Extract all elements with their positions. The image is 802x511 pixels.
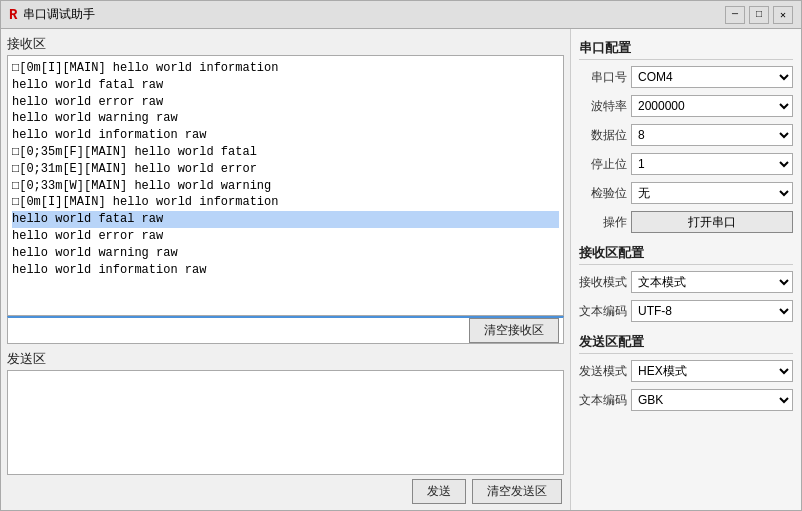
recv-mode-label: 接收模式 [579,274,627,291]
text-enc-label: 文本编码 [579,303,627,320]
app-icon: R [9,7,17,23]
open-serial-button[interactable]: 打开串口 [631,211,793,233]
op-label: 操作 [579,214,627,231]
baud-select[interactable]: 2000000 [631,95,793,117]
send-input[interactable] [7,370,564,475]
baud-label: 波特率 [579,98,627,115]
close-button[interactable]: ✕ [773,6,793,24]
receive-area: 接收区 □[0m[I][MAIN] hello world informatio… [7,35,564,344]
log-line: □[0m[I][MAIN] hello world information [12,194,559,211]
send-config-title: 发送区配置 [579,333,793,354]
minimize-button[interactable]: ─ [725,6,745,24]
stop-bits-label: 停止位 [579,156,627,173]
port-label: 串口号 [579,69,627,86]
log-line: □[0m[I][MAIN] hello world information [12,60,559,77]
title-controls: ─ □ ✕ [725,6,793,24]
log-line: hello world fatal raw [12,211,559,228]
log-line: hello world error raw [12,228,559,245]
log-line: □[0;31m[E][MAIN] hello world error [12,161,559,178]
send-enc-row: 文本编码 GBK [579,389,793,411]
text-enc-row: 文本编码 UTF-8 [579,300,793,322]
parity-row: 检验位 无 [579,182,793,204]
parity-label: 检验位 [579,185,627,202]
title-bar-left: R 串口调试助手 [9,6,95,23]
parity-select[interactable]: 无 [631,182,793,204]
right-panel: 串口配置 串口号 COM4 波特率 2000000 数据位 8 [571,29,801,510]
log-line: hello world information raw [12,262,559,279]
op-row: 操作 打开串口 [579,211,793,233]
send-enc-label: 文本编码 [579,392,627,409]
maximize-button[interactable]: □ [749,6,769,24]
log-line: hello world warning raw [12,245,559,262]
send-button[interactable]: 发送 [412,479,466,504]
send-mode-label: 发送模式 [579,363,627,380]
window-title: 串口调试助手 [23,6,95,23]
left-panel: 接收区 □[0m[I][MAIN] hello world informatio… [1,29,571,510]
data-bits-select[interactable]: 8 [631,124,793,146]
stop-bits-select[interactable]: 1 [631,153,793,175]
port-row: 串口号 COM4 [579,66,793,88]
log-line: hello world error raw [12,94,559,111]
send-mode-select[interactable]: HEX模式 [631,360,793,382]
receive-area-label: 接收区 [7,35,564,53]
data-bits-row: 数据位 8 [579,124,793,146]
port-select[interactable]: COM4 [631,66,793,88]
content-area: 接收区 □[0m[I][MAIN] hello world informatio… [1,29,801,510]
send-area: 发送区 发送 清空发送区 [7,350,564,504]
clear-receive-button[interactable]: 清空接收区 [469,318,559,343]
log-line: hello world fatal raw [12,77,559,94]
log-line: hello world warning raw [12,110,559,127]
main-window: R 串口调试助手 ─ □ ✕ 接收区 □[0m[I][MAIN] hello w… [0,0,802,511]
serial-config-title: 串口配置 [579,39,793,60]
log-line: □[0;33m[W][MAIN] hello world warning [12,178,559,195]
recv-mode-row: 接收模式 文本模式 [579,271,793,293]
baud-row: 波特率 2000000 [579,95,793,117]
clear-send-button[interactable]: 清空发送区 [472,479,562,504]
data-bits-label: 数据位 [579,127,627,144]
receive-config-title: 接收区配置 [579,244,793,265]
send-bottom-bar: 发送 清空发送区 [7,475,564,504]
log-line: □[0;35m[F][MAIN] hello world fatal [12,144,559,161]
send-enc-select[interactable]: GBK [631,389,793,411]
stop-bits-row: 停止位 1 [579,153,793,175]
text-enc-select[interactable]: UTF-8 [631,300,793,322]
receive-box[interactable]: □[0m[I][MAIN] hello world informationhel… [7,55,564,316]
title-bar: R 串口调试助手 ─ □ ✕ [1,1,801,29]
send-area-label: 发送区 [7,350,564,368]
receive-bottom-bar: 清空接收区 [7,316,564,344]
log-line: hello world information raw [12,127,559,144]
recv-mode-select[interactable]: 文本模式 [631,271,793,293]
send-mode-row: 发送模式 HEX模式 [579,360,793,382]
